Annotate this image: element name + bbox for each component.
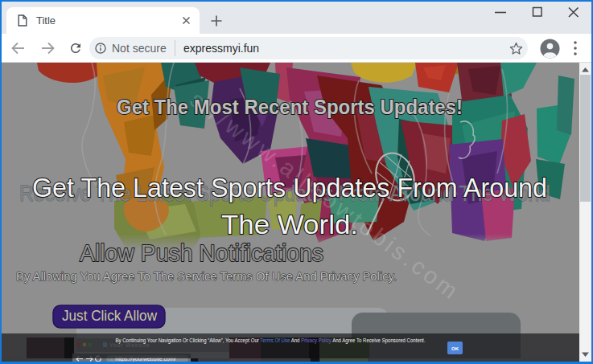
svg-text:Just Click Allow: Just Click Allow bbox=[62, 307, 158, 324]
svg-text:Get The Latest Sports Updates: Get The Latest Sports Updates From Aroun… bbox=[32, 172, 547, 202]
svg-text:By Allowing You Agree To The S: By Allowing You Agree To The Service Ter… bbox=[16, 269, 397, 283]
svg-text:Get The Most Recent Sports Upd: Get The Most Recent Sports Updates! bbox=[117, 96, 463, 118]
svg-text:The World.: The World. bbox=[221, 209, 358, 239]
svg-text:OK: OK bbox=[451, 346, 459, 351]
svg-text:Allow Push Notifications: Allow Push Notifications bbox=[80, 240, 323, 266]
svg-text:By Continuing Your Navigation: By Continuing Your Navigation Or Clickin… bbox=[116, 337, 426, 344]
